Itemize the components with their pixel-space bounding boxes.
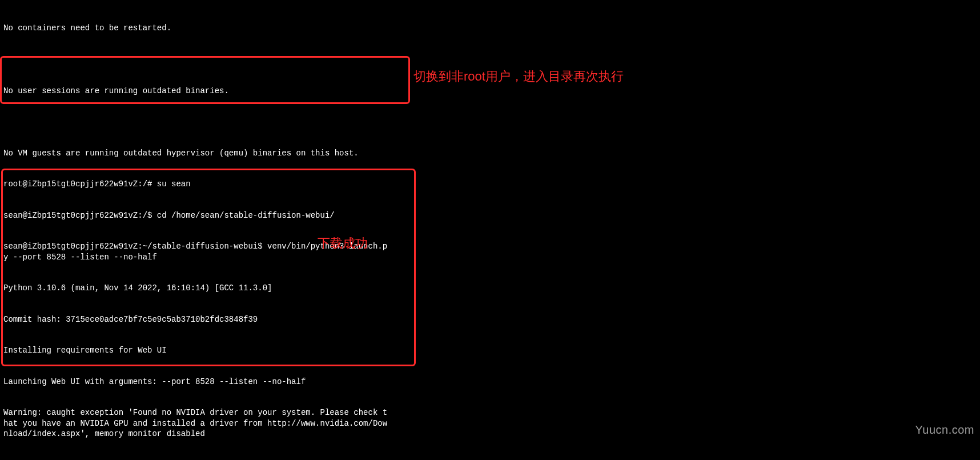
output-line: Warning: caught exception 'Found no NVID… bbox=[3, 407, 977, 439]
output-line: Launching Web UI with arguments: --port … bbox=[3, 377, 977, 387]
command-line: sean@iZbp15tgt0cpjjr622w91vZ:/$ cd /home… bbox=[3, 210, 977, 221]
output-line: Commit hash: 3715ece0adce7bf7c5e9c5ab371… bbox=[3, 314, 977, 325]
output-line: No containers need to be restarted. bbox=[3, 23, 977, 33]
terminal-output[interactable]: No containers need to be restarted. No u… bbox=[0, 0, 980, 460]
output-line: Python 3.10.6 (main, Nov 14 2022, 16:10:… bbox=[3, 283, 977, 293]
output-line bbox=[3, 54, 977, 65]
command-line: root@iZbp15tgt0cpjjr622w91vZ:/# su sean bbox=[3, 179, 977, 189]
output-line: No VM guests are running outdated hyperv… bbox=[3, 148, 977, 158]
output-line: Installing requirements for Web UI bbox=[3, 345, 977, 355]
output-line bbox=[3, 117, 977, 127]
output-line: No user sessions are running outdated bi… bbox=[3, 86, 977, 96]
watermark: Yuucn.com bbox=[915, 422, 974, 437]
command-line: sean@iZbp15tgt0cpjjr622w91vZ:~/stable-di… bbox=[3, 241, 977, 262]
